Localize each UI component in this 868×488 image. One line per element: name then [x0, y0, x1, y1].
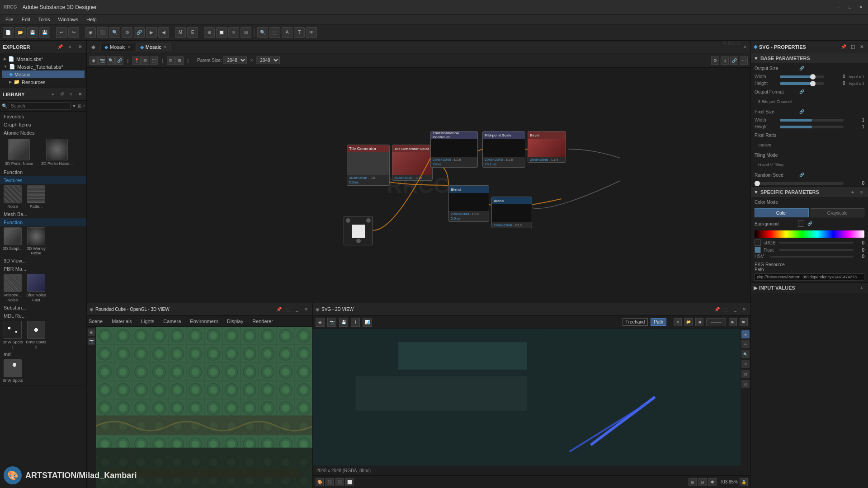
cat-atomic[interactable]: Atomic Nodes [0, 129, 86, 137]
cat-mdl[interactable]: mdl [0, 350, 86, 358]
library-menu[interactable]: ≡ [67, 91, 75, 98]
input-values-header[interactable]: ▶ INPUT VALUES + [751, 283, 868, 293]
v2d-right[interactable]: ▶ [729, 318, 737, 326]
float-btn[interactable] [755, 247, 761, 253]
v2d-footer-snap[interactable]: ⊟ [698, 478, 707, 486]
node-link2-icon[interactable]: 🔗 [730, 56, 738, 65]
node-link-icon[interactable]: 🔗 [115, 56, 123, 65]
tab-menu[interactable]: ≡ [741, 43, 749, 51]
node-merge-icon[interactable]: ⊟ [167, 56, 175, 65]
vt-environment[interactable]: Environment [190, 319, 218, 324]
cat-meshba[interactable]: Mesh Ba... [0, 210, 86, 218]
toolbar-btn-7[interactable]: ◀ [158, 27, 169, 38]
toolbar-grid[interactable]: ⊞ [204, 27, 215, 38]
save-button[interactable]: 💾 [27, 27, 38, 38]
cat-textures[interactable]: Textures [0, 176, 86, 184]
lib-item-aniso[interactable]: Anisotro... Noise [2, 274, 24, 303]
tab-close-1[interactable]: ✕ [127, 45, 131, 49]
node-color[interactable]: Tile Generator Color 2048×2048 - C16 [392, 145, 433, 181]
search-input[interactable] [9, 102, 71, 110]
toolbar-material[interactable]: M [175, 27, 186, 38]
node-fit-icon[interactable]: ⬚ [150, 56, 158, 65]
tab-close-2[interactable]: ✕ [163, 45, 167, 49]
view2d-expand[interactable]: ◉ [316, 307, 320, 312]
node-expand-icon[interactable]: ⊞ [141, 56, 149, 65]
toolbar-toggle1[interactable]: A [282, 27, 292, 38]
path-button[interactable]: Path [651, 318, 666, 326]
output-format-link[interactable]: 🔗 [798, 88, 805, 95]
node-blend2[interactable]: Blend 2048×2048 - C16 [491, 197, 532, 228]
background-link[interactable]: 🔗 [806, 220, 813, 227]
tree-item-mosaic[interactable]: ◆ Mosaic [2, 70, 85, 78]
color-btn[interactable]: Color [755, 208, 809, 217]
props-pin[interactable]: 📌 [840, 43, 847, 51]
width-slider[interactable] [780, 75, 824, 78]
v2d-tb-3[interactable]: 💾 [339, 318, 348, 327]
lib-item-bnwspot2[interactable]: BnW Spots 2 [25, 321, 47, 350]
node-bevel[interactable]: Bevel 2048×2048 - L1.8 [528, 131, 566, 163]
node-split-icon[interactable]: ⊞ [175, 56, 184, 65]
toolbar-frame[interactable]: ⬚ [269, 27, 280, 38]
library-new[interactable]: + [49, 91, 57, 98]
toolbar-zoom[interactable]: 🔍 [257, 27, 268, 38]
view2d-min[interactable]: _ [731, 306, 739, 313]
lib-item-bnwspot3[interactable]: BnW Spots [2, 359, 24, 383]
menu-help[interactable]: Help [83, 16, 100, 23]
color-spectrum[interactable] [755, 230, 864, 238]
tab-mosaic-2[interactable]: ◆ Mosaic ✕ [136, 43, 171, 51]
node-more-icon[interactable]: ⋯ [740, 56, 748, 65]
redo-button[interactable]: ↪ [68, 27, 79, 38]
pixel-width-slider[interactable] [780, 119, 844, 122]
lib-item-3dworl[interactable]: 3D Worley Noise [25, 227, 47, 256]
toolbar-btn-3[interactable]: 🔍 [109, 27, 120, 38]
v2d-sidebar-2[interactable]: ✏ [741, 340, 750, 348]
v2d-play[interactable]: ——— [706, 318, 726, 326]
maximize-button[interactable]: □ [846, 4, 854, 11]
v2d-footer-grid[interactable]: ⊞ [689, 478, 697, 486]
toolbar-view[interactable]: 👁 [306, 27, 317, 38]
random-seed-handle[interactable] [755, 181, 760, 186]
node-snap-icon[interactable]: 🔍 [107, 56, 115, 65]
save-all-button[interactable]: 💾 [39, 27, 50, 38]
view2d-content[interactable]: ◆ ✏ 🔍 ✕ ⊡ ◎ [313, 328, 750, 465]
pixel-size-link[interactable]: 🔗 [798, 108, 805, 115]
toolbar-dist[interactable]: ⊟ [241, 27, 251, 38]
view3d-min[interactable]: _ [293, 306, 301, 313]
specific-params-add[interactable]: + [849, 188, 856, 196]
v2d-footer-4[interactable]: ⬜ [345, 478, 354, 486]
v2d-stop[interactable]: ⏹ [740, 318, 748, 326]
close-button[interactable]: ✕ [857, 4, 864, 11]
node-tile-generator[interactable]: Tile Generator 2048×2048 - C8 2.2ms [347, 145, 390, 186]
pixel-height-slider[interactable] [780, 126, 844, 128]
v2d-sidebar-5[interactable]: ⊡ [741, 370, 750, 378]
vt-lights[interactable]: Lights [141, 319, 154, 324]
cat-function[interactable]: Function [0, 168, 86, 176]
cat-function2[interactable]: Function [0, 218, 86, 226]
node-settings-icon[interactable]: ⚙ [711, 56, 719, 65]
vt-camera[interactable]: Camera [163, 319, 181, 324]
props-close[interactable]: ✕ [858, 43, 865, 51]
tab-mosaic-1[interactable]: ◆ Mosaic ✕ [100, 43, 135, 51]
lib-item-3dsimp[interactable]: 3D Simpl... [2, 227, 24, 256]
library-refresh[interactable]: ↺ [58, 91, 66, 98]
toolbar-btn-4[interactable]: ⚙ [122, 27, 132, 38]
v2d-footer-1[interactable]: 🎨 [316, 478, 324, 486]
node-pin-icon[interactable]: 📍 [132, 56, 141, 65]
menu-tools[interactable]: Tools [35, 16, 54, 23]
toolbar-snap[interactable]: 🔲 [216, 27, 227, 38]
random-seed-slider[interactable] [755, 182, 844, 185]
explorer-pin[interactable]: 📌 [57, 43, 64, 51]
menu-edit[interactable]: Edit [18, 16, 34, 23]
float-slider[interactable] [779, 249, 854, 251]
cat-substan[interactable]: Substan... [0, 304, 86, 312]
specific-params-menu[interactable]: ≡ [858, 188, 865, 196]
filter-icon[interactable]: ▼ [72, 103, 76, 110]
menu-windows[interactable]: Windows [54, 16, 82, 23]
open-button[interactable]: 📂 [15, 27, 26, 38]
toolbar-btn-1[interactable]: ◉ [85, 27, 96, 38]
vt-display[interactable]: Display [227, 319, 243, 324]
view3d-expand[interactable]: ◉ [90, 307, 94, 312]
explorer-close[interactable]: ✕ [76, 43, 84, 51]
v2d-sidebar-3[interactable]: 🔍 [741, 350, 750, 358]
vt-scene[interactable]: Scene [89, 319, 103, 324]
